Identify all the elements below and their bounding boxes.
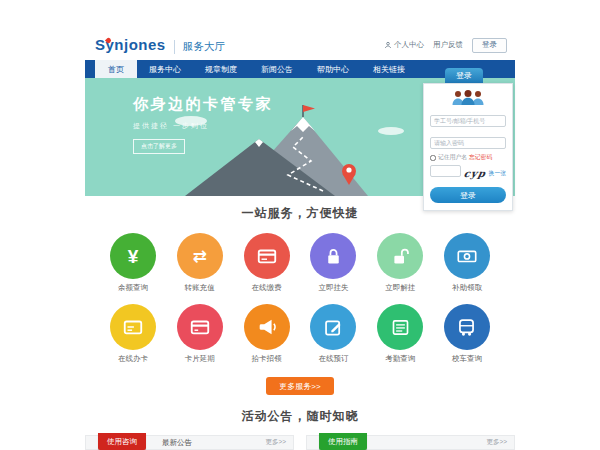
- bus-icon: [456, 317, 477, 338]
- nav-item-links[interactable]: 相关链接: [361, 60, 417, 78]
- logo[interactable]: Synjones 服务大厅: [95, 36, 225, 54]
- forgot-password-link[interactable]: 忘记密码: [469, 153, 492, 162]
- service-circle[interactable]: ⇄: [177, 233, 223, 279]
- service-school-bus[interactable]: 校车查询: [441, 304, 493, 364]
- service-attendance[interactable]: 考勤查询: [374, 304, 426, 364]
- service-label: 立即解挂: [374, 283, 426, 293]
- service-balance[interactable]: ¥ 余额查询: [107, 233, 159, 293]
- guide-panel-header: 使用指南 更多>>: [306, 435, 515, 450]
- service-online-payment[interactable]: 在线缴费: [241, 233, 293, 293]
- service-unlock-card[interactable]: 立即解挂: [374, 233, 426, 293]
- login-submit-button[interactable]: 登录: [430, 187, 506, 203]
- feedback-link[interactable]: 用户反馈: [433, 40, 463, 50]
- page-container: Synjones 服务大厅 个人中心 用户反馈 登录 首页 服务中心 规章制度 …: [85, 30, 515, 450]
- list-icon: [390, 317, 411, 338]
- feedback-label: 用户反馈: [433, 40, 463, 50]
- hero-subtitle: 提供捷径 一步到位: [133, 121, 273, 131]
- service-circle[interactable]: [310, 304, 356, 350]
- nav-item-news[interactable]: 新闻公告: [249, 60, 305, 78]
- remember-row: 记住用户名 忘记密码: [430, 153, 506, 162]
- captcha-input[interactable]: [430, 165, 461, 177]
- service-report-loss[interactable]: 立即挂失: [307, 233, 359, 293]
- service-circle[interactable]: [177, 304, 223, 350]
- announcement-panels: 使用咨询 最新公告 更多>> 使用指南 更多>>: [85, 435, 515, 450]
- service-circle[interactable]: [310, 233, 356, 279]
- password-input[interactable]: [430, 137, 506, 149]
- services-section: 一站服务，方便快捷 ¥ 余额查询 ⇄ 转账充值 在线缴费: [85, 196, 515, 395]
- personal-center-label: 个人中心: [394, 40, 424, 50]
- service-label: 在线缴费: [241, 283, 293, 293]
- hero-cta-button[interactable]: 点击了解更多: [133, 139, 185, 154]
- login-tab[interactable]: 登录: [445, 68, 483, 83]
- login-panel: 登录 记住用户名 忘记密码 cyp 换一张 登录: [423, 68, 513, 211]
- transfer-arrows-icon: ⇄: [193, 248, 207, 265]
- service-label: 转账充值: [174, 283, 226, 293]
- service-circle[interactable]: [444, 304, 490, 350]
- card-icon: [256, 245, 278, 267]
- yen-icon: ¥: [128, 247, 139, 266]
- user-icon: [384, 41, 392, 49]
- service-circle[interactable]: [244, 304, 290, 350]
- site-name: 服务大厅: [174, 40, 225, 54]
- service-circle[interactable]: ¥: [110, 233, 156, 279]
- service-card-renewal[interactable]: 卡片延期: [174, 304, 226, 364]
- service-circle[interactable]: [110, 304, 156, 350]
- nav-item-service-center[interactable]: 服务中心: [137, 60, 193, 78]
- consult-panel-header: 使用咨询 最新公告 更多>>: [85, 435, 294, 450]
- login-form: 记住用户名 忘记密码 cyp 换一张 登录: [423, 83, 513, 211]
- service-subsidy[interactable]: 补助领取: [441, 233, 493, 293]
- lock-icon: [323, 246, 344, 267]
- consult-more-link[interactable]: 更多>>: [265, 438, 286, 447]
- service-circle[interactable]: [444, 233, 490, 279]
- service-label: 立即挂失: [307, 283, 359, 293]
- nav-item-help[interactable]: 帮助中心: [305, 60, 361, 78]
- service-label: 校车查询: [441, 354, 493, 364]
- card-icon: [122, 316, 144, 338]
- card-icon: [189, 316, 211, 338]
- edit-icon: [323, 317, 344, 338]
- nav-item-rules[interactable]: 规章制度: [193, 60, 249, 78]
- personal-center-link[interactable]: 个人中心: [384, 40, 424, 50]
- service-apply-card[interactable]: 在线办卡: [107, 304, 159, 364]
- services-row-1: ¥ 余额查询 ⇄ 转账充值 在线缴费 立即挂失: [85, 233, 515, 293]
- service-label: 在线办卡: [107, 354, 159, 364]
- topbar-right: 个人中心 用户反馈 登录: [384, 38, 507, 53]
- captcha-refresh-link[interactable]: 换一张: [489, 169, 506, 178]
- remember-label: 记住用户名: [438, 153, 467, 162]
- users-group-icon: [450, 89, 486, 106]
- guide-more-link[interactable]: 更多>>: [486, 438, 507, 447]
- top-login-button[interactable]: 登录: [472, 38, 507, 53]
- service-label: 拾卡招领: [241, 354, 293, 364]
- more-services-button[interactable]: 更多服务>>: [266, 377, 333, 395]
- service-circle[interactable]: [377, 304, 423, 350]
- remember-checkbox[interactable]: [430, 155, 436, 161]
- username-input[interactable]: [430, 115, 506, 127]
- service-label: 在线预订: [307, 354, 359, 364]
- nav-item-home[interactable]: 首页: [95, 60, 137, 78]
- consult-ribbon-tab[interactable]: 使用咨询: [98, 433, 146, 450]
- megaphone-icon: [256, 316, 278, 338]
- announcements-section: 活动公告，随时知晓 使用咨询 最新公告 更多>> 使用指南 更多>>: [85, 408, 515, 450]
- service-circle[interactable]: [377, 233, 423, 279]
- latest-news-tab[interactable]: 最新公告: [162, 438, 192, 448]
- top-bar: Synjones 服务大厅 个人中心 用户反馈 登录: [85, 30, 515, 60]
- hero-copy: 你身边的卡管专家 提供捷径 一步到位 点击了解更多: [133, 95, 273, 154]
- service-label: 卡片延期: [174, 354, 226, 364]
- hero-title: 你身边的卡管专家: [133, 95, 273, 114]
- unlock-icon: [390, 246, 411, 267]
- consult-panel: 使用咨询 最新公告 更多>>: [85, 435, 294, 450]
- captcha-image[interactable]: cyp: [463, 168, 487, 179]
- guide-panel: 使用指南 更多>>: [306, 435, 515, 450]
- service-lost-found[interactable]: 拾卡招领: [241, 304, 293, 364]
- services-row-2: 在线办卡 卡片延期 拾卡招领 在线预订: [85, 304, 515, 364]
- guide-ribbon-tab[interactable]: 使用指南: [319, 433, 367, 450]
- banknote-icon: [456, 245, 478, 267]
- service-online-booking[interactable]: 在线预订: [307, 304, 359, 364]
- service-label: 补助领取: [441, 283, 493, 293]
- service-label: 余额查询: [107, 283, 159, 293]
- captcha-row: cyp 换一张: [430, 165, 506, 181]
- service-transfer[interactable]: ⇄ 转账充值: [174, 233, 226, 293]
- service-circle[interactable]: [244, 233, 290, 279]
- service-label: 考勤查询: [374, 354, 426, 364]
- announcements-title: 活动公告，随时知晓: [85, 408, 515, 425]
